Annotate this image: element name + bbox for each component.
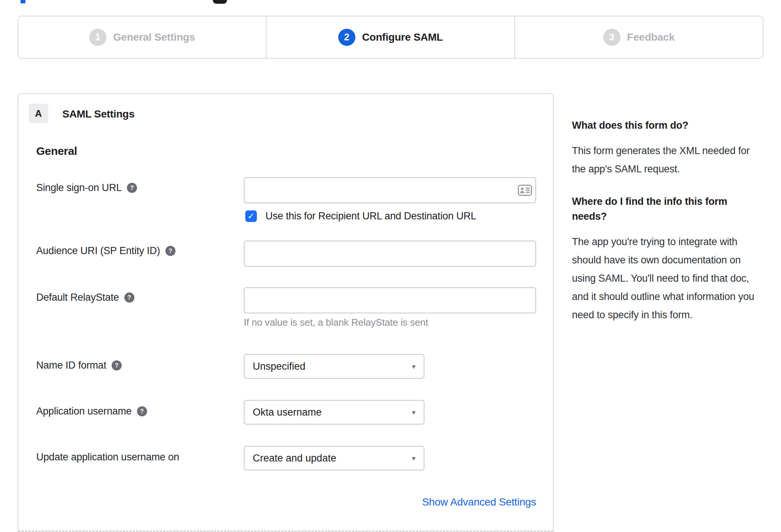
help-what-body: This form generates the XML needed for t…	[572, 142, 763, 178]
help-icon[interactable]: ?	[127, 183, 137, 193]
update-application-username-label-text: Update application username on	[36, 451, 179, 463]
update-application-username-value: Create and update	[253, 453, 336, 464]
step-1-label: General Settings	[113, 31, 195, 43]
relaystate-hint: If no value is set, a blank RelayState i…	[244, 317, 428, 328]
update-application-username-label: Update application username on	[36, 451, 179, 463]
application-username-label: Application username ?	[36, 406, 147, 417]
application-username-value: Okta username	[253, 407, 322, 418]
general-heading: General	[36, 145, 77, 157]
use-this-checkbox-label: Use this for Recipient URL and Destinati…	[265, 210, 476, 222]
help-icon[interactable]: ?	[124, 292, 134, 303]
show-advanced-settings-link[interactable]: Show Advanced Settings	[244, 496, 536, 508]
saml-settings-card: A SAML Settings General Single sign-on U…	[18, 93, 554, 532]
audience-uri-label-text: Audience URI (SP Entity ID)	[36, 245, 160, 257]
step-configure-saml[interactable]: 2 Configure SAML	[266, 16, 514, 58]
next-section-divider	[18, 531, 553, 532]
help-where-body: The app you're trying to integrate with …	[572, 233, 763, 324]
step-3-label: Feedback	[627, 31, 675, 43]
step-2-circle: 2	[338, 29, 355, 46]
name-id-format-value: Unspecified	[253, 361, 305, 372]
single-sign-on-url-label: Single sign-on URL ?	[36, 182, 137, 194]
chevron-down-icon: ▾	[412, 454, 416, 463]
clipped-element-fragment	[21, 0, 25, 3]
step-3-circle: 3	[603, 29, 620, 46]
update-application-username-select[interactable]: Create and update ▾	[244, 446, 424, 470]
help-icon[interactable]: ?	[137, 406, 147, 416]
step-general-settings[interactable]: 1 General Settings	[18, 16, 266, 58]
name-id-format-label: Name ID format ?	[36, 360, 122, 371]
wizard-stepper: 1 General Settings 2 Configure SAML 3 Fe…	[18, 16, 763, 59]
audience-uri-input[interactable]	[244, 241, 536, 267]
contact-card-icon[interactable]	[518, 185, 532, 196]
single-sign-on-url-label-text: Single sign-on URL	[36, 182, 122, 194]
step-feedback[interactable]: 3 Feedback	[514, 16, 763, 58]
help-icon[interactable]: ?	[165, 246, 175, 256]
audience-uri-label: Audience URI (SP Entity ID) ?	[36, 245, 175, 257]
help-what-heading: What does this form do?	[572, 118, 763, 133]
default-relaystate-label-text: Default RelayState	[36, 292, 119, 303]
default-relaystate-label: Default RelayState ?	[36, 292, 134, 303]
help-where-heading: Where do I find the info this form needs…	[572, 194, 763, 224]
clipped-logo-fragment	[213, 0, 227, 4]
section-a-badge: A	[29, 104, 48, 123]
help-icon[interactable]: ?	[112, 360, 122, 370]
use-this-checkbox[interactable]: ✓	[245, 210, 257, 222]
default-relaystate-input[interactable]	[244, 287, 536, 313]
step-2-label: Configure SAML	[362, 31, 443, 43]
step-1-circle: 1	[89, 29, 106, 46]
name-id-format-select[interactable]: Unspecified ▾	[244, 354, 424, 379]
application-username-select[interactable]: Okta username ▾	[244, 400, 424, 425]
single-sign-on-url-input[interactable]	[244, 177, 536, 203]
application-username-label-text: Application username	[36, 406, 132, 417]
chevron-down-icon: ▾	[412, 362, 416, 371]
chevron-down-icon: ▾	[412, 408, 416, 417]
help-panel: What does this form do? This form genera…	[572, 118, 763, 340]
saml-settings-title: SAML Settings	[62, 108, 134, 120]
name-id-format-label-text: Name ID format	[36, 360, 106, 371]
